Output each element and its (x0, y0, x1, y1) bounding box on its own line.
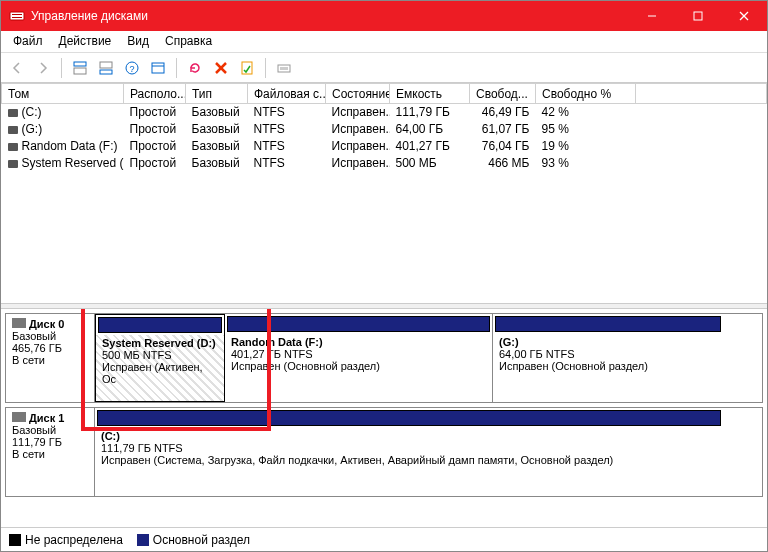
svg-rect-9 (100, 62, 112, 68)
partition[interactable]: (G:)64,00 ГБ NTFSИсправен (Основной разд… (493, 314, 723, 402)
view-bottom-button[interactable] (94, 56, 118, 80)
partition-bar (495, 316, 721, 332)
menu-view[interactable]: Вид (119, 31, 157, 52)
svg-rect-0 (10, 12, 24, 20)
svg-rect-17 (242, 62, 252, 74)
partition-bar (227, 316, 490, 332)
disk-map[interactable]: Диск 0Базовый465,76 ГБВ сетиSystem Reser… (1, 309, 767, 527)
svg-rect-8 (74, 68, 86, 74)
disk-row: Диск 0Базовый465,76 ГБВ сетиSystem Reser… (5, 313, 763, 403)
col-filesystem[interactable]: Файловая с... (248, 84, 326, 104)
partition-bar (98, 317, 222, 333)
menu-bar: Файл Действие Вид Справка (1, 31, 767, 53)
volume-icon (8, 160, 18, 168)
col-volume[interactable]: Том (2, 84, 124, 104)
col-type[interactable]: Тип (186, 84, 248, 104)
table-row[interactable]: System Reserved (...ПростойБазовыйNTFSИс… (2, 155, 767, 172)
forward-button[interactable] (31, 56, 55, 80)
svg-rect-13 (152, 63, 164, 73)
volume-icon (8, 109, 18, 117)
disk-info[interactable]: Диск 0Базовый465,76 ГБВ сети (5, 313, 95, 403)
window-title: Управление дисками (31, 9, 629, 23)
svg-text:?: ? (129, 64, 134, 74)
svg-rect-2 (12, 17, 22, 18)
help-button[interactable]: ? (120, 56, 144, 80)
legend-primary: Основной раздел (137, 533, 250, 547)
partition[interactable]: System Reserved (D:)500 МБ NTFSИсправен … (95, 314, 225, 402)
partition-area: (C:)111,79 ГБ NTFSИсправен (Система, Заг… (95, 407, 763, 497)
disk-icon (12, 412, 26, 422)
col-free[interactable]: Свобод... (470, 84, 536, 104)
back-button[interactable] (5, 56, 29, 80)
svg-rect-4 (694, 12, 702, 20)
col-state[interactable]: Состояние (326, 84, 390, 104)
legend-unallocated: Не распределена (9, 533, 123, 547)
app-icon (9, 8, 25, 24)
extra-button[interactable] (272, 56, 296, 80)
settings-button[interactable] (146, 56, 170, 80)
toolbar: ? (1, 53, 767, 83)
table-row[interactable]: (C:)ПростойБазовыйNTFSИсправен...111,79 … (2, 104, 767, 121)
table-row[interactable]: Random Data (F:)ПростойБазовыйNTFSИсправ… (2, 138, 767, 155)
disk-row: Диск 1Базовый111,79 ГБВ сети(C:)111,79 Г… (5, 407, 763, 497)
maximize-button[interactable] (675, 1, 721, 31)
menu-help[interactable]: Справка (157, 31, 220, 52)
svg-rect-7 (74, 62, 86, 66)
properties-button[interactable] (235, 56, 259, 80)
menu-action[interactable]: Действие (51, 31, 120, 52)
disk-info[interactable]: Диск 1Базовый111,79 ГБВ сети (5, 407, 95, 497)
volume-icon (8, 143, 18, 151)
minimize-button[interactable] (629, 1, 675, 31)
title-bar: Управление дисками (1, 1, 767, 31)
delete-button[interactable] (209, 56, 233, 80)
menu-file[interactable]: Файл (5, 31, 51, 52)
close-button[interactable] (721, 1, 767, 31)
svg-rect-19 (280, 67, 288, 70)
legend: Не распределена Основной раздел (1, 527, 767, 551)
partition-area: System Reserved (D:)500 МБ NTFSИсправен … (95, 313, 763, 403)
partition-bar (97, 410, 721, 426)
col-free-pct[interactable]: Свободно % (536, 84, 636, 104)
partition[interactable]: Random Data (F:)401,27 ГБ NTFSИсправен (… (225, 314, 493, 402)
svg-rect-10 (100, 70, 112, 74)
disk-icon (12, 318, 26, 328)
view-top-button[interactable] (68, 56, 92, 80)
table-row[interactable]: (G:)ПростойБазовыйNTFSИсправен...64,00 Г… (2, 121, 767, 138)
partition[interactable]: (C:)111,79 ГБ NTFSИсправен (Система, Заг… (95, 408, 723, 496)
volume-icon (8, 126, 18, 134)
svg-rect-1 (12, 14, 22, 15)
col-location[interactable]: Располо... (124, 84, 186, 104)
col-capacity[interactable]: Емкость (390, 84, 470, 104)
refresh-button[interactable] (183, 56, 207, 80)
col-spacer (636, 84, 767, 104)
volume-list[interactable]: Том Располо... Тип Файловая с... Состоян… (1, 83, 767, 303)
